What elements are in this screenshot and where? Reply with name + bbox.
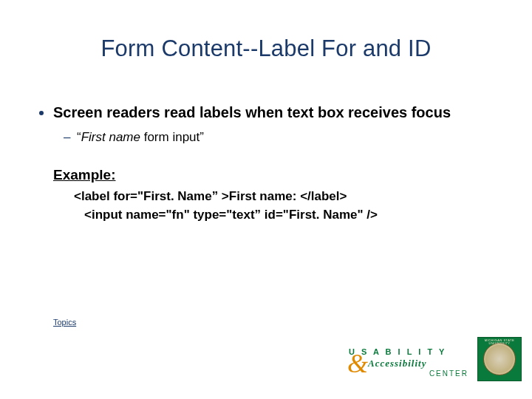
bullet-text-1: Screen readers read labels when text box…	[53, 104, 451, 120]
footer-logos: U S A B I L I T Y & Accessibility CENTER…	[347, 337, 522, 381]
sub1-italic: First name	[81, 130, 140, 144]
sub1-rest: form input”	[140, 130, 204, 144]
topics-link[interactable]: Topics	[53, 318, 76, 327]
code-line-1: <label for="First. Name” >First name: </…	[74, 188, 497, 206]
msu-logo: MICHIGAN STATE UNIVERSITY	[477, 337, 522, 381]
code-line-2: <input name="fn" type="text” id="First. …	[84, 206, 497, 225]
slide-body: Screen readers read labels when text box…	[35, 103, 497, 224]
sub-bullet-1: “First name form input”	[77, 129, 497, 146]
bullet-list: Screen readers read labels when text box…	[35, 103, 497, 146]
msu-logo-text: MICHIGAN STATE UNIVERSITY	[478, 339, 521, 346]
slide: Form Content--Label For and ID Screen re…	[0, 0, 532, 399]
example-heading: Example:	[53, 167, 497, 183]
example-block: Example: <label for="First. Name” >First…	[53, 167, 497, 224]
slide-title: Form Content--Label For and ID	[0, 35, 532, 62]
ampersand-icon: &	[347, 350, 368, 377]
code-block: <label for="First. Name” >First name: </…	[74, 188, 497, 224]
usability-accessibility-center-logo: U S A B I L I T Y & Accessibility CENTER	[347, 346, 471, 381]
seal-icon	[483, 343, 516, 375]
logo-accessibility-text: Accessibility	[368, 358, 426, 369]
logo-center-text: CENTER	[429, 369, 468, 378]
bullet-item-1: Screen readers read labels when text box…	[53, 103, 497, 146]
msu-bottom: UNIVERSITY	[488, 341, 510, 345]
sub-bullet-list: “First name form input”	[53, 129, 497, 146]
